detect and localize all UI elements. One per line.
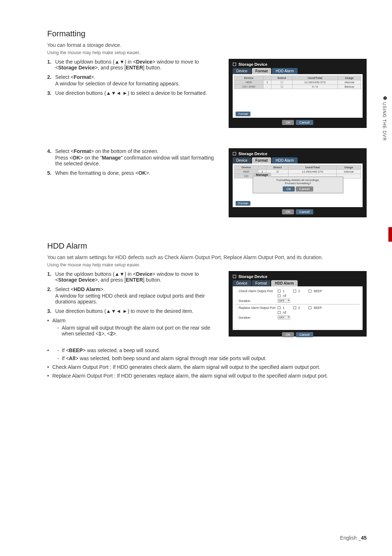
- dash-1: Alarm signal will output through the ala…: [57, 325, 222, 337]
- popup-title: Manage: [253, 173, 271, 177]
- checkbox-all[interactable]: [278, 311, 281, 314]
- cancel-button[interactable]: Cancel: [296, 332, 313, 337]
- tab-format-active[interactable]: Format: [252, 157, 271, 164]
- side-accent: [388, 227, 392, 242]
- checkbox-beep[interactable]: [309, 290, 311, 293]
- label-check-alarm: · Check Alarm Output Port: [236, 289, 275, 293]
- checkbox-1[interactable]: [278, 290, 281, 293]
- label-duration: · Duration: [236, 316, 275, 319]
- section-title-formatting: Formatting: [47, 29, 367, 39]
- svg-rect-1: [233, 152, 236, 155]
- side-tab: USING THE DVR: [376, 96, 392, 162]
- tab-device[interactable]: Device: [233, 280, 251, 286]
- window-title: Storage Device: [231, 274, 364, 280]
- popup-cancel-button[interactable]: Cancel: [296, 186, 313, 192]
- bullet-replace-port: Replace Alarm Output Port : If HDD gener…: [47, 373, 367, 379]
- step-2: 2. Select <Format>. A window for selecti…: [47, 74, 222, 86]
- step-1: 1. Use the up/down buttons (▲▼) in <Devi…: [47, 271, 222, 283]
- popup-msg-1: Formatting deletes all recordings.: [254, 178, 342, 182]
- checkbox-all[interactable]: [278, 294, 281, 297]
- checkbox-beep[interactable]: [309, 306, 311, 309]
- tab-device[interactable]: Device: [233, 68, 251, 74]
- checkbox-2[interactable]: [293, 306, 296, 309]
- dash-continued: If <BEEP> was selected, a beep will soun…: [47, 347, 367, 361]
- bullet-check-port: Check Alarm Output Port : If HDD generat…: [47, 364, 367, 370]
- tab-format-active[interactable]: Format: [252, 68, 271, 74]
- tab-hdd-alarm-active[interactable]: HDD Alarm: [271, 280, 297, 286]
- window-title: Storage Device: [231, 151, 364, 157]
- label-replace-alarm: · Replace Alarm Output Port: [236, 306, 275, 310]
- dash-3: If <All> was selected, both beep sound a…: [57, 355, 367, 361]
- table-row[interactable]: HDD1☐ 12.28G/499.37GInternal: [234, 80, 361, 85]
- step-2: 2. Select <HDD Alarm>. A window for sett…: [47, 286, 222, 305]
- confirm-popup: Manage Formatting deletes all recordings…: [253, 177, 343, 193]
- svg-rect-0: [233, 63, 236, 66]
- duration-select[interactable]: OFF: [278, 315, 290, 319]
- format-button[interactable]: Format: [236, 112, 250, 116]
- tab-format[interactable]: Format: [252, 280, 271, 286]
- tab-hdd-alarm[interactable]: HDD Alarm: [272, 157, 297, 164]
- step-3: 3. Use direction buttons (▲▼◄ ►) to sele…: [47, 90, 222, 96]
- step-1: 1. Use the up/down buttons (▲▼) in <Devi…: [47, 59, 222, 70]
- intro-formatting: You can format a storage device.: [47, 42, 367, 48]
- screenshot-format-list: Storage Device Device Format HDD Alarm D…: [229, 59, 367, 128]
- intro-hdd-alarm: You can set alarm settings for HDD defec…: [47, 254, 367, 260]
- step-3: 3. Use direction buttons (▲▼◄ ►) to move…: [47, 308, 222, 314]
- checkbox-2[interactable]: [293, 290, 296, 293]
- screenshot-format-confirm: Storage Device Device Format HDD Alarm D…: [229, 148, 367, 217]
- cancel-button[interactable]: Cancel: [296, 209, 313, 214]
- bullet-icon: [383, 96, 387, 100]
- window-title: Storage Device: [231, 61, 364, 68]
- dash-2: If <BEEP> was selected, a beep will soun…: [57, 347, 367, 353]
- popup-msg-2: Proceed formatting?: [254, 182, 342, 185]
- screenshot-hdd-alarm: Storage Device Device Format HDD Alarm ·…: [229, 271, 367, 337]
- device-table: Device Select Used/TotalUsage HDD1☐ 12.2…: [234, 76, 361, 89]
- label-duration: · Duration: [236, 299, 275, 303]
- cancel-button[interactable]: Cancel: [296, 120, 313, 125]
- ok-button[interactable]: OK: [282, 209, 294, 214]
- tab-device[interactable]: Device: [233, 157, 251, 164]
- section-title-hdd-alarm: HDD Alarm: [47, 241, 367, 251]
- ok-button[interactable]: OK: [282, 332, 294, 337]
- format-button[interactable]: Format: [236, 201, 250, 206]
- step-4: 4. Select <Format> on the bottom of the …: [47, 148, 222, 166]
- step-5: 5. When the formatting is done, press <O…: [47, 170, 222, 176]
- page-footer: English _45: [340, 535, 367, 541]
- duration-select[interactable]: OFF: [278, 299, 290, 303]
- hint-hdd-alarm: Using the mouse may help make setup easi…: [47, 262, 367, 267]
- ok-button[interactable]: OK: [282, 120, 294, 125]
- bullet-alarm: Alarm Alarm signal will output through t…: [47, 318, 222, 337]
- popup-ok-button[interactable]: OK: [283, 186, 295, 192]
- side-tab-label: USING THE DVR: [382, 96, 387, 162]
- table-row[interactable]: CD / DVD-☐ 0 / 0Backup: [234, 85, 361, 89]
- checkbox-1[interactable]: [278, 306, 281, 309]
- hint-formatting: Using the mouse may help make setup easi…: [47, 50, 367, 55]
- tab-hdd-alarm[interactable]: HDD Alarm: [272, 68, 297, 74]
- svg-rect-2: [233, 275, 236, 278]
